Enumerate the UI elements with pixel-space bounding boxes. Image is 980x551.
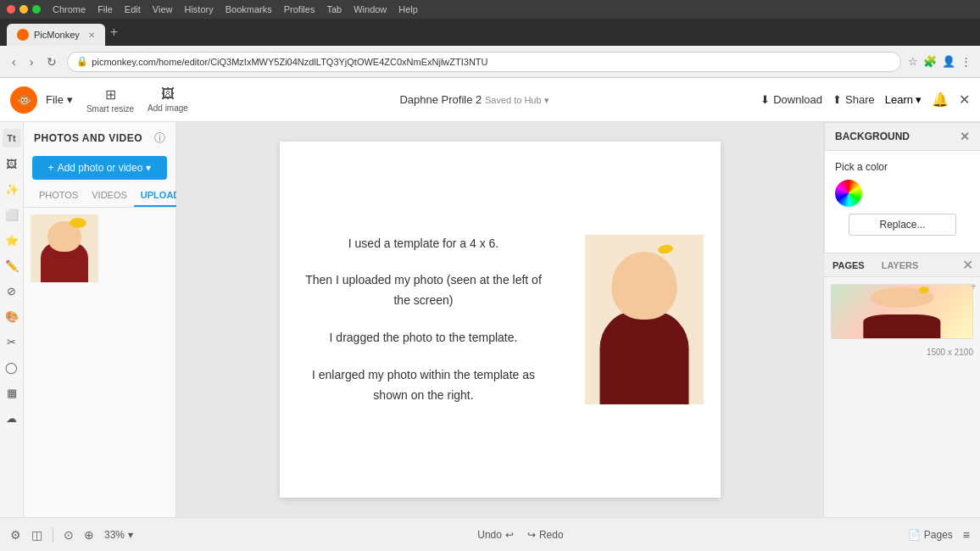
learn-chevron-icon: ▾: [916, 93, 922, 106]
settings-icon[interactable]: ⚙: [10, 528, 21, 542]
left-toolbar: Tt 🖼 ✨ ⬜ ⭐ ✏️ ⊘ 🎨 ✂ ◯ ▦ ☁: [0, 122, 24, 517]
active-tab[interactable]: PicMonkey ✕: [7, 24, 105, 46]
add-image-tool[interactable]: 🖼 Add image: [148, 86, 188, 113]
left-panel: PHOTOS AND VIDEO ⓘ + Add photo or video …: [24, 122, 176, 517]
status-divider: [53, 527, 53, 543]
learn-button[interactable]: Learn ▾: [885, 93, 922, 106]
crop-tool[interactable]: ✂: [3, 332, 21, 351]
zoom-level[interactable]: 33% ▾: [104, 529, 133, 541]
download-button[interactable]: ⬇ Download: [760, 93, 822, 106]
videos-tab[interactable]: VIDEOS: [85, 185, 134, 207]
pages-panel-close-icon[interactable]: ✕: [955, 253, 980, 276]
tab-close-button[interactable]: ✕: [88, 31, 95, 40]
extensions-icon[interactable]: 🧩: [923, 55, 937, 68]
page-size-label: 1500 x 2100: [824, 346, 980, 359]
text-line4: I enlarged my photo within the template …: [297, 365, 551, 406]
menu-icon[interactable]: ⋮: [961, 55, 972, 68]
background-tool[interactable]: 🎨: [3, 307, 21, 326]
tab-menu-item[interactable]: Tab: [326, 4, 342, 14]
background-panel-title: BACKGROUND: [835, 131, 910, 142]
smart-resize-tool[interactable]: ⊞ Smart resize: [86, 86, 134, 114]
layers-tab[interactable]: LAYERS: [873, 255, 927, 276]
canvas-content: I used a template for a 4 x 6. Then I up…: [280, 217, 721, 423]
tab-title: PicMonkey: [34, 30, 80, 40]
profile-icon[interactable]: 👤: [942, 55, 955, 68]
text-line2: Then I uploaded my photo (seen at the le…: [297, 270, 551, 311]
chrome-menu-item[interactable]: Chrome: [53, 4, 86, 14]
share-icon: ⬆: [832, 93, 842, 106]
effects-tool[interactable]: ✨: [3, 180, 21, 198]
page-thumbnail[interactable]: [831, 284, 973, 339]
add-image-label: Add image: [148, 103, 188, 113]
photo-grid: [24, 208, 175, 289]
address-input[interactable]: 🔒 picmonkey.com/home/editor/CiQ3MzIxMWY5…: [67, 52, 901, 72]
eraser-tool[interactable]: ⊘: [3, 281, 21, 300]
panel-header: PHOTOS AND VIDEO ⓘ: [24, 122, 175, 151]
background-panel-close-icon[interactable]: ✕: [960, 130, 970, 143]
url-text: picmonkey.com/home/editor/CiQ3MzIxMWY5Zi…: [92, 57, 487, 67]
canvas-area[interactable]: I used a template for a 4 x 6. Then I up…: [176, 122, 823, 517]
hub-tool[interactable]: ☁: [3, 409, 21, 427]
bookmarks-menu-item[interactable]: Bookmarks: [226, 4, 272, 14]
view-menu-item[interactable]: View: [153, 4, 173, 14]
download-label: Download: [773, 93, 822, 106]
pages-tab[interactable]: PAGES: [824, 255, 873, 276]
pages-panel: +: [824, 277, 980, 346]
tab-favicon: [17, 29, 29, 41]
back-button[interactable]: ‹: [8, 53, 19, 70]
color-wheel[interactable]: [835, 180, 862, 207]
new-tab-button[interactable]: +: [110, 25, 118, 40]
smart-resize-icon: ⊞: [105, 86, 116, 103]
undo-button[interactable]: Undo ↩: [477, 529, 514, 541]
undo-icon: ↩: [505, 529, 514, 541]
status-bar: ⚙ ◫ ⊙ ⊕ 33% ▾ Undo ↩ ↪ Redo 📄 Pages ≡: [0, 517, 980, 551]
frames-tool[interactable]: ⬜: [3, 205, 21, 224]
photo-tool[interactable]: 🖼: [3, 154, 21, 173]
replace-button[interactable]: Replace...: [849, 214, 956, 236]
profiles-menu-item[interactable]: Profiles: [284, 4, 315, 14]
shapes-tool[interactable]: ◯: [3, 358, 21, 376]
maximize-window-button[interactable]: [32, 5, 41, 14]
bookmark-icon[interactable]: ☆: [908, 55, 918, 68]
history-menu-item[interactable]: History: [184, 4, 213, 14]
canvas-baby-photo[interactable]: [585, 235, 704, 404]
file-menu[interactable]: File ▾: [46, 93, 73, 106]
add-page-icon[interactable]: +: [971, 281, 977, 292]
undo-label: Undo: [477, 529, 502, 541]
undo-redo-controls: Undo ↩ ↪ Redo: [477, 529, 563, 541]
help-menu-item[interactable]: Help: [398, 4, 418, 14]
header-actions: ⬇ Download ⬆ Share Learn ▾ 🔔 ✕: [760, 92, 970, 108]
forward-button[interactable]: ›: [26, 53, 37, 70]
file-label: File: [46, 93, 64, 106]
window-menu-item[interactable]: Window: [354, 4, 387, 14]
text-tool[interactable]: Tt: [3, 129, 21, 147]
share-button[interactable]: ⬆ Share: [832, 93, 875, 106]
close-editor-icon[interactable]: ✕: [959, 92, 970, 108]
zoom-fit-icon[interactable]: ⊕: [84, 528, 94, 542]
pages-button[interactable]: 📄 Pages: [908, 529, 953, 541]
panel-info-icon[interactable]: ⓘ: [154, 131, 165, 146]
add-photo-button[interactable]: + Add photo or video ▾: [32, 156, 167, 180]
texture-tool[interactable]: ▦: [3, 383, 21, 402]
photos-tab[interactable]: PHOTOS: [32, 185, 85, 207]
layers-panel-icon[interactable]: ◫: [31, 528, 42, 542]
minimize-window-button[interactable]: [19, 5, 28, 14]
file-menu-item[interactable]: File: [97, 4, 113, 14]
share-label: Share: [845, 93, 875, 106]
background-panel-header: BACKGROUND ✕: [825, 123, 980, 151]
draw-tool[interactable]: ✏️: [3, 256, 21, 275]
redo-icon: ↪: [527, 529, 536, 541]
learn-label: Learn: [885, 93, 913, 106]
layers-toggle-icon[interactable]: ≡: [963, 528, 970, 542]
overlays-tool[interactable]: ⭐: [3, 231, 21, 249]
zoom-out-icon[interactable]: ⊙: [64, 528, 74, 542]
pages-icon: 📄: [908, 529, 921, 541]
uploaded-photo-thumb[interactable]: [31, 214, 98, 282]
close-window-button[interactable]: [7, 5, 15, 14]
reload-button[interactable]: ↻: [43, 53, 60, 70]
smart-resize-label: Smart resize: [86, 104, 134, 114]
edit-menu-item[interactable]: Edit: [125, 4, 141, 14]
notification-icon[interactable]: 🔔: [932, 92, 949, 108]
canvas: I used a template for a 4 x 6. Then I up…: [280, 142, 721, 498]
redo-button[interactable]: ↪ Redo: [527, 529, 564, 541]
